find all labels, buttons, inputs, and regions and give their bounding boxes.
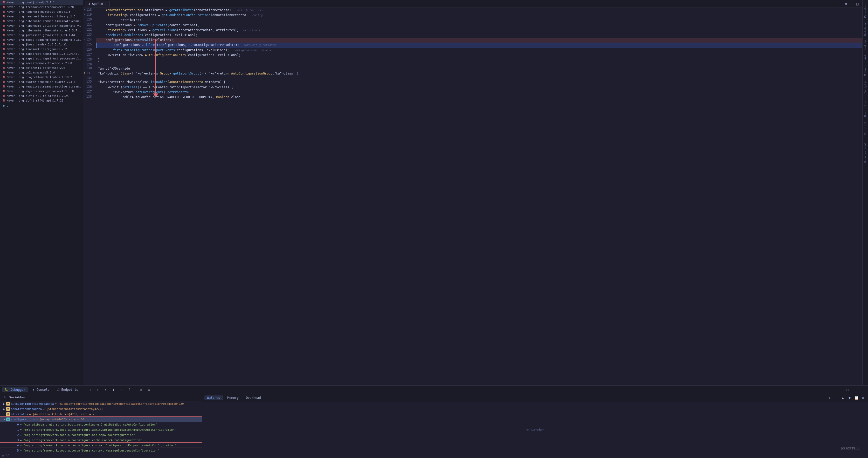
left-panel-item-18[interactable]: MMaven: org.reactivestreams:reactive-str… [0,84,83,89]
maximize-icon[interactable]: □ [855,1,860,7]
left-panel-item-22[interactable]: gg: [0,103,83,108]
copy-watch-btn[interactable]: 📋 [854,395,859,401]
left-panel-item-20[interactable]: MMaven: org.slf4j:jul-to-slf4j:1.7.25 [0,93,83,98]
sidebar-item-3[interactable]: Ant [863,53,868,62]
minimize-icon[interactable]: − [849,1,855,7]
layout-btn[interactable]: ≡ [146,387,152,393]
var-item-2[interactable]: Oattributes= {AnnotationAttributes@4250}… [0,411,202,417]
settings-icon[interactable]: ⚙ [843,1,849,7]
expand-icon-1[interactable]: ▶ [2,407,6,411]
line-number-128: 128 [83,58,96,63]
left-panel-label-22: g: [7,104,10,107]
code-line-118: 118✓ AnnotationAttributes attributes = g… [83,8,862,13]
left-panel-item-12[interactable]: MMaven: org.mapstruct:mapstruct-processo… [0,56,83,61]
var-name-7: 3 [17,438,19,442]
line-content-122: Set<String> exclusions = getExclusions(a… [96,28,862,33]
var-item-3[interactable]: ▼Aconfigurations= {ArrayList@4408} size … [0,417,202,422]
left-panel-item-19[interactable]: MMaven: org.skyscreamer:jsonassert:1.5.0 [0,89,83,93]
left-panel-item-14[interactable]: MMaven: org.objenesis:objenesis:2.6 [0,65,83,70]
var-item-8[interactable]: 4= "org.springframework.boot.autoconfigu… [0,443,202,448]
step-into-btn[interactable]: ⬆ [95,387,101,393]
remove-watch-btn[interactable]: − [833,395,839,401]
watches-tab[interactable]: Watches [205,395,223,400]
variables-label: Variables [9,396,25,399]
left-panel-item-17[interactable]: MMaven: org.quartz-scheduler:quartz:2.3.… [0,80,83,84]
left-panel-item-9[interactable]: MMaven: org.jboss.jandex:2.0.5.Final [0,42,83,47]
expand-icon-9[interactable] [8,449,12,453]
left-panel-item-7[interactable]: MMaven: org.javassist:javassist:3.23.1-G… [0,33,83,37]
sidebar-item-6[interactable]: RestfulTool [863,96,868,119]
expand-icon-0[interactable]: ▶ [2,402,6,406]
left-panel-item-11[interactable]: MMaven: org.mapstruct:mapstruct:1.3.1.Fi… [0,51,83,56]
var-item-7[interactable]: 3= "org.springframework.boot.autoconfigu… [0,437,202,443]
tab-endpoints[interactable]: ⬡ Endpoints [54,388,81,392]
left-panel: MMaven: org.dom4j:dom4j:2.1.1MMaven: org… [0,0,83,385]
left-panel-item-5[interactable]: MMaven: org.hibernate.validator:hibernat… [0,23,83,28]
memory-tab[interactable]: Memory [225,395,241,400]
evaluate-btn[interactable]: ⤴ [126,387,132,393]
tab-console[interactable]: ▶ Console [30,388,52,392]
close-debug-btn[interactable]: ✕ [138,387,144,393]
expand-icon-4[interactable] [8,423,12,427]
expand-icon-7[interactable] [8,438,12,442]
var-item-1[interactable]: ▶OannotationMetadata= {StandardAnnotatio… [0,406,202,411]
overhead-tab[interactable]: Overhead [243,395,264,400]
line-number-131: 131↑ [83,71,96,76]
sidebar-item-0[interactable]: Promoter [863,2,868,20]
filter-icon[interactable]: ⊟ [2,395,7,400]
var-item-6[interactable]: 2= "org.springframework.boot.autoconfigu… [0,432,202,437]
left-panel-item-0[interactable]: MMaven: org.dom4j:dom4j:2.1.1 [0,0,83,5]
code-line-127: 127 "kw">return "kw">new AutoConfigurati… [83,53,862,58]
left-panel-label-6: Maven: org.hibernate:hibernate-core:5.3.… [7,29,81,32]
panel-maximize-icon[interactable]: □ [860,387,866,393]
left-panel-item-3[interactable]: MMaven: org.hamcrest:hamcrest-library:1.… [0,14,83,19]
sidebar-item-7[interactable]: PlantUML [863,119,868,137]
left-panel-item-21[interactable]: MMaven: org.slf4i:slf4i-api:1.7.25 [0,98,83,103]
var-item-4[interactable]: 0= "com.alibaba.druid.spring.boot.autoco… [0,422,202,427]
code-line-129: 129 [83,63,862,66]
left-panel-item-13[interactable]: MMaven: org.mockito:mockito-core:2.23.0 [0,61,83,65]
sort-watch-up-btn[interactable]: ▲ [840,395,846,401]
line-content-127: "kw">return "kw">new AutoConfigurationEn… [96,53,862,58]
expand-icon-6[interactable] [8,433,12,437]
infinite-watch-btn[interactable]: ∞ [860,395,866,401]
left-panel-item-8[interactable]: MMaven: org.jboss.logging:jboss-logging:… [0,37,83,42]
sidebar-item-5[interactable]: Zoolylic [863,78,868,96]
expand-icon-2[interactable] [2,412,6,416]
left-panel-item-6[interactable]: MMaven: org.hibernate:hibernate-core:5.3… [0,28,83,33]
expand-icon-8[interactable] [8,443,12,447]
var-type-icon-0: O [6,402,10,405]
var-type-icon-3: A [6,418,10,421]
sidebar-item-8[interactable]: Bean Validator [863,137,868,165]
panel-layout-icon[interactable]: ⬚ [845,387,850,393]
left-panel-item-4[interactable]: MMaven: org.hibernate.common:hibernate-c… [0,19,83,23]
left-panel-item-15[interactable]: MMaven: org.ow2.asm:asm:5.0.4 [0,70,83,75]
resume-btn[interactable]: → [118,387,124,393]
panel-minus-icon[interactable]: − [852,387,858,393]
left-panel-item-10[interactable]: MMaven: org.lionsoul:ip2region:1.7.2 [0,47,83,51]
expand-icon-5[interactable] [8,428,12,432]
tab-apprun[interactable]: ⚙ AppRun ✕ [85,1,110,7]
line-content-135: "kw">protected "kw">boolean isEnabled(An… [96,80,862,85]
left-panel-item-16[interactable]: MMaven: org.projectlombok:lombok:1.18.2 [0,75,83,80]
left-panel-item-2[interactable]: MMaven: org.hamcrest:hamcrest-core:1.3 [0,9,83,14]
var-name-9: 5 [17,449,19,452]
var-item-0[interactable]: ▶OautoConfigurationMetadata= {AutoConfig… [0,401,202,406]
tab-debugger[interactable]: 🐛 Debugger [2,388,28,392]
var-item-9[interactable]: 5= "org.springframework.boot.autoconfigu… [0,448,202,453]
left-panel-item-1[interactable]: MMaven: org.freemarker:freemarker:2.3.28 [0,5,83,9]
code-container[interactable]: 118✓ AnnotationAttributes attributes = g… [83,8,862,100]
expand-icon-3[interactable]: ▼ [2,417,6,421]
code-line-137: 137 "kw">return getEnvironment().getProp… [83,90,862,95]
tab-close-icon[interactable]: ✕ [105,3,106,5]
sidebar-item-1[interactable]: Database [863,20,868,38]
sidebar-item-2[interactable]: Codota [863,38,868,53]
add-watch-btn[interactable]: + [827,395,832,401]
sort-watch-down-btn[interactable]: ▼ [847,395,852,401]
var-item-5[interactable]: 1= "org.springframework.boot.autoconfigu… [0,427,202,432]
step-out-btn[interactable]: ↑ [103,387,108,393]
var-value-8: = "org.springframework.boot.autoconfigur… [20,444,177,447]
run-cursor-btn[interactable]: ↑ [111,387,116,393]
step-over-btn[interactable]: ⬇ [87,387,93,393]
sidebar-item-4[interactable]: M Maven [863,62,868,78]
